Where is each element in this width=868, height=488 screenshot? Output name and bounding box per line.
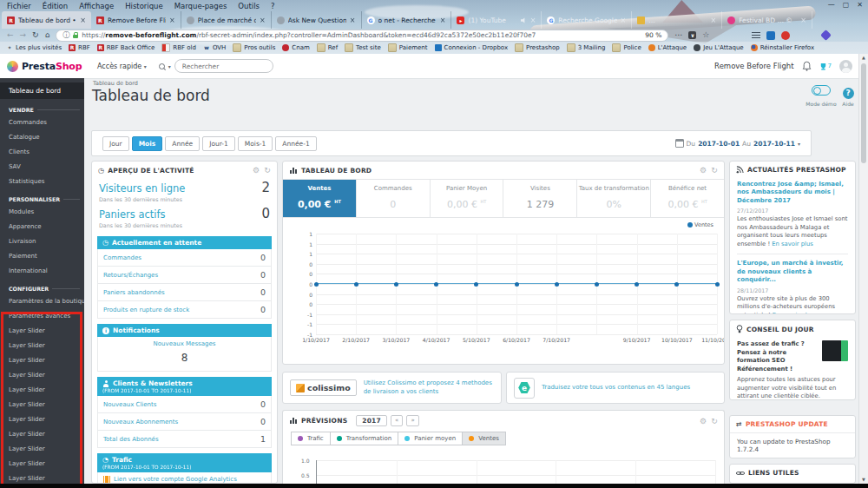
sidebar-item-layer-slider[interactable]: Layer Slider	[0, 441, 84, 456]
browser-tab[interactable]: Remove Before Flight ×	[91, 11, 181, 29]
search-input[interactable]	[174, 59, 273, 73]
extension-icon[interactable]	[766, 31, 775, 40]
sidebar-item[interactable]: Apparence	[0, 219, 84, 234]
tab-close-icon[interactable]: ×	[710, 16, 716, 24]
sidebar-item-layer-slider[interactable]: Layer Slider	[0, 338, 84, 353]
range-button[interactable]: Année-1	[275, 136, 316, 151]
sidebar-item-layer-slider[interactable]: Layer Slider	[0, 353, 84, 367]
help-button[interactable]: ? Aide	[839, 82, 857, 107]
previous-year-button[interactable]: «	[391, 415, 403, 426]
scrollbar-thumb[interactable]	[861, 63, 866, 163]
adblock-extension-icon[interactable]	[781, 31, 790, 40]
bookmark-item[interactable]: Les plus visités	[6, 44, 62, 51]
sidebar-item-layer-slider[interactable]: Layer Slider	[0, 382, 84, 397]
sidebar-item[interactable]: Paiement	[0, 248, 84, 263]
gear-icon[interactable]: ⚙	[700, 417, 707, 425]
browser-tab-dashboard[interactable]: Tableau de bord • Remove... ×	[2, 11, 91, 29]
sidebar-item[interactable]: Modules	[0, 204, 84, 219]
tab-close-icon[interactable]: ×	[800, 16, 806, 24]
menu-item[interactable]: Édition	[43, 2, 68, 10]
pocket-icon[interactable]: ∨	[688, 31, 696, 39]
page-info-icon[interactable]: ⓘ	[62, 30, 69, 40]
quick-access-menu[interactable]: Accès rapide ▾	[97, 63, 147, 70]
search-icon[interactable]	[159, 63, 165, 69]
search-scope-caret-icon[interactable]: ▾	[168, 63, 171, 69]
kpi-tile[interactable]: Visites 1 279	[503, 180, 576, 217]
sidebar-item[interactable]: Statistiques	[0, 174, 84, 188]
bookmark-item[interactable]: 3 Mailing	[567, 43, 606, 52]
sidebar-item-layer-slider[interactable]: Layer Slider	[0, 426, 84, 441]
bookmark-item[interactable]: Réinstaller Firefox	[751, 44, 814, 51]
sidebar-item-layer-slider[interactable]: Layer Slider	[0, 397, 84, 412]
legend-toggle-button[interactable]: Ventes	[462, 432, 506, 445]
bookmark-item[interactable]: Jeu L'Attaque	[694, 44, 744, 51]
menu-item[interactable]: Outils	[238, 2, 260, 10]
tab-close-icon[interactable]: ×	[80, 16, 86, 24]
home-icon[interactable]: ⌂	[45, 30, 50, 41]
sidebar-item-layer-slider[interactable]: Layer Slider	[0, 412, 84, 426]
bookmark-item[interactable]: RBF old	[161, 43, 196, 52]
read-more-link[interactable]: En savoir plus	[772, 241, 813, 247]
kpi-tile[interactable]: Taux de transformation 0%	[576, 180, 650, 217]
news-article-title[interactable]: L'Europe, un marché à investir, de nouve…	[737, 260, 848, 284]
vertical-scrollbar[interactable]: ▲ ▼	[858, 54, 868, 484]
online-visitors-link[interactable]: Visiteurs en ligne	[99, 182, 185, 195]
sidebar-item[interactable]: Clients	[0, 144, 84, 159]
active-carts-link[interactable]: Paniers actifs	[99, 208, 166, 221]
bookmark-item[interactable]: Prestashop	[515, 43, 560, 52]
tab-close-icon[interactable]: ×	[530, 16, 536, 24]
gear-icon[interactable]: ⚙	[700, 166, 707, 175]
sidebar-item-layer-slider[interactable]: Layer Slider	[0, 367, 84, 382]
sidebar-item[interactable]: International	[0, 263, 84, 278]
kpi-tile[interactable]: Bénéfice net 0,00 € HT	[650, 180, 724, 217]
activity-row[interactable]: Paniers abandonnés0	[97, 284, 272, 301]
tab-close-icon[interactable]: ×	[350, 16, 356, 24]
bookmark-item[interactable]: L'Attaque	[648, 44, 687, 51]
range-button[interactable]: Mois-1	[238, 136, 273, 151]
kpi-tile[interactable]: Ventes 0,00 € HT	[283, 180, 356, 217]
legend-toggle-button[interactable]: Trafic	[291, 432, 331, 445]
tab-audio-speaker-icon[interactable]	[521, 17, 527, 23]
activity-row[interactable]: Nouveaux Clients0	[97, 396, 272, 413]
tab-close-icon[interactable]: ×	[621, 16, 627, 24]
bookmark-item[interactable]: RBF Back Office	[97, 44, 155, 51]
forward-icon[interactable]: →	[20, 30, 27, 41]
bookmark-star-icon[interactable]: ☆	[702, 30, 709, 41]
bookmark-item[interactable]: Connexion - Dropbox	[435, 44, 509, 51]
legend-toggle-button[interactable]: Panier moyen	[398, 432, 463, 445]
menu-item[interactable]: Fichier	[7, 2, 31, 10]
refresh-icon[interactable]: ↻	[264, 166, 271, 175]
sidebar-item-layer-slider[interactable]: Layer Slider	[0, 456, 84, 471]
reload-icon[interactable]: ↻	[32, 30, 39, 41]
prestashop-logo[interactable]: PrestaShop	[0, 61, 87, 72]
bookmark-item[interactable]: Police	[612, 43, 641, 52]
sidebar-item[interactable]: Catalogue	[0, 129, 84, 144]
google-analytics-link[interactable]: Lien vers votre compte Google Analytics	[97, 472, 272, 484]
activity-row[interactable]: Total des Abonnés1	[97, 431, 272, 448]
banner-link-text[interactable]: Utilisez Colissimo et proposez 4 methode…	[364, 379, 494, 397]
scroll-up-arrow[interactable]: ▲	[859, 54, 868, 62]
sidebars-icon[interactable]	[752, 32, 760, 39]
bookmark-item[interactable]: Ref	[317, 43, 338, 52]
zoom-level[interactable]: 90 %	[645, 31, 661, 39]
sidebar-item[interactable]: Paramètres de la boutique	[0, 293, 84, 308]
bookmark-item[interactable]: RBF	[69, 44, 90, 51]
browser-tab[interactable]: o net - Recherche Goo... ×	[362, 11, 452, 29]
colissimo-banner[interactable]: colissimo Utilisez Colissimo et proposez…	[282, 372, 502, 404]
legend-toggle-button[interactable]: Transformation	[330, 432, 399, 445]
refresh-icon[interactable]: ↻	[711, 166, 718, 175]
kpi-tile[interactable]: Panier Moyen 0,00 € HT	[430, 180, 503, 217]
translation-banner[interactable]: e Traduisez votre tous vos contenus en 4…	[506, 372, 725, 404]
url-bar[interactable]: ⓘ https://remove-beforeflight.com/rbf-se…	[56, 30, 668, 42]
banner-link-text[interactable]: Traduisez votre tous vos contenus en 45 …	[542, 384, 690, 392]
range-button[interactable]: Année	[165, 136, 200, 151]
bookmark-item[interactable]: Paiement	[388, 43, 428, 52]
news-article-title[interactable]: Rencontrez Jose &amp; Ismael, nos Ambass…	[737, 181, 848, 205]
sidebar-item[interactable]: SAV	[0, 159, 84, 174]
activity-row[interactable]: Nouveaux Abonnements0	[97, 413, 272, 431]
bookmark-item[interactable]: Cnam	[282, 44, 309, 51]
shop-name-link[interactable]: Remove Before Flight	[714, 62, 793, 70]
new-messages-link[interactable]: Nouveaux Messages	[102, 340, 267, 347]
back-icon[interactable]: ←	[7, 30, 14, 41]
achievements-trophy[interactable]: 7	[819, 63, 832, 70]
